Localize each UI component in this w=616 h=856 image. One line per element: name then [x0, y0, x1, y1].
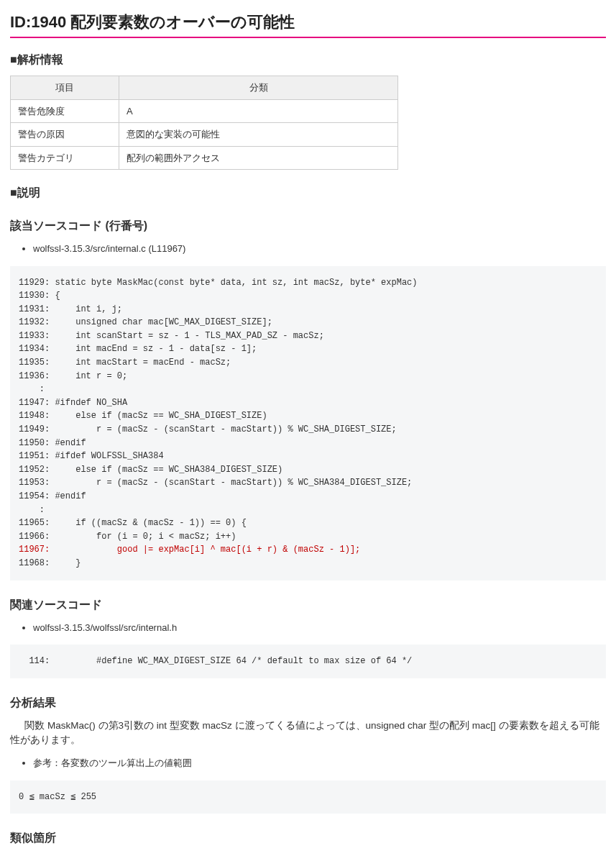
analysis-info-header: ■解析情報: [10, 51, 606, 68]
table-row: 警告カテゴリ 配列の範囲外アクセス: [11, 146, 398, 170]
info-table-col-category: 分類: [119, 76, 398, 100]
row-value: 配列の範囲外アクセス: [119, 146, 398, 170]
table-row: 警告の原因 意図的な実装の可能性: [11, 123, 398, 147]
source-file-list: wolfssl-3.15.3/src/internal.c (L11967): [10, 242, 606, 256]
reference-note: 参考：各変数のツール算出上の値範囲: [33, 756, 606, 770]
row-label: 警告カテゴリ: [11, 146, 119, 170]
reference-list: 参考：各変数のツール算出上の値範囲: [10, 756, 606, 770]
row-label: 警告の原因: [11, 123, 119, 147]
code-block-related: 114: #define WC_MAX_DIGEST_SIZE 64 /* de…: [10, 645, 606, 678]
related-source-header: 関連ソースコード: [10, 596, 606, 614]
row-value: 意図的な実装の可能性: [119, 123, 398, 147]
source-code-header: 該当ソースコード (行番号): [10, 217, 606, 235]
info-table-col-item: 項目: [11, 76, 119, 100]
description-header: ■説明: [10, 184, 606, 201]
similar-locations-header: 類似箇所: [10, 829, 606, 847]
row-label: 警告危険度: [11, 99, 119, 123]
title-underline: [10, 37, 606, 38]
analysis-result-header: 分析結果: [10, 694, 606, 711]
row-value: A: [119, 99, 398, 123]
related-source-item: wolfssl-3.15.3/wolfssl/src/internal.h: [33, 621, 606, 635]
related-source-list: wolfssl-3.15.3/wolfssl/src/internal.h: [10, 621, 606, 635]
info-table: 項目 分類 警告危険度 A 警告の原因 意図的な実装の可能性 警告カテゴリ 配列…: [10, 76, 398, 170]
table-row: 警告危険度 A: [11, 99, 398, 123]
page-title: ID:1940 配列要素数のオーバーの可能性: [10, 10, 606, 34]
analysis-text: 関数 MaskMac() の第3引数の int 型変数 macSz に渡ってくる…: [10, 719, 606, 748]
code-block-main: 11929: static byte MaskMac(const byte* d…: [10, 266, 606, 580]
source-file-item: wolfssl-3.15.3/src/internal.c (L11967): [33, 242, 606, 256]
code-block-range: 0 ≦ macSz ≦ 255: [10, 780, 606, 814]
